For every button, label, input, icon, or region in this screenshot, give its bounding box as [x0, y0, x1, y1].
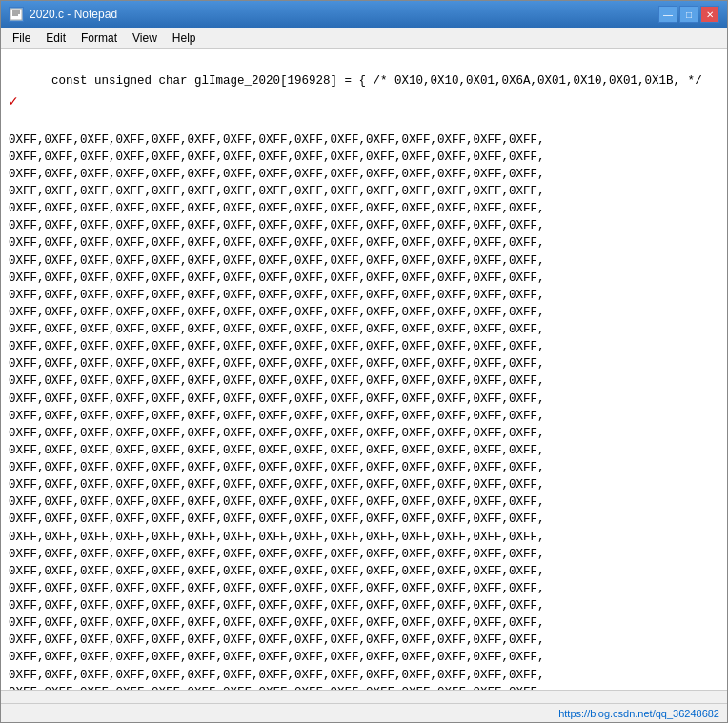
- hex-row: 0XFF,0XFF,0XFF,0XFF,0XFF,0XFF,0XFF,0XFF,…: [9, 252, 719, 270]
- hex-row: 0XFF,0XFF,0XFF,0XFF,0XFF,0XFF,0XFF,0XFF,…: [9, 234, 719, 251]
- hex-row: 0XFF,0XFF,0XFF,0XFF,0XFF,0XFF,0XFF,0XFF,…: [9, 217, 719, 234]
- menu-bar: File Edit Format View Help: [1, 28, 727, 49]
- first-line: const unsigned char glImage_2020[196928]…: [51, 74, 702, 88]
- hex-row: 0XFF,0XFF,0XFF,0XFF,0XFF,0XFF,0XFF,0XFF,…: [9, 183, 719, 200]
- hex-row: 0XFF,0XFF,0XFF,0XFF,0XFF,0XFF,0XFF,0XFF,…: [9, 667, 719, 684]
- hex-row: 0XFF,0XFF,0XFF,0XFF,0XFF,0XFF,0XFF,0XFF,…: [9, 442, 719, 459]
- hex-row: 0XFF,0XFF,0XFF,0XFF,0XFF,0XFF,0XFF,0XFF,…: [9, 529, 719, 546]
- window-controls: — □ ✕: [658, 6, 719, 23]
- hex-content: 0XFF,0XFF,0XFF,0XFF,0XFF,0XFF,0XFF,0XFF,…: [9, 131, 719, 690]
- menu-file[interactable]: File: [5, 30, 38, 47]
- hex-row: 0XFF,0XFF,0XFF,0XFF,0XFF,0XFF,0XFF,0XFF,…: [9, 149, 719, 166]
- editor-area[interactable]: const unsigned char glImage_2020[196928]…: [1, 49, 727, 690]
- status-url: https://blog.csdn.net/qq_36248682: [558, 708, 719, 719]
- hex-row: 0XFF,0XFF,0XFF,0XFF,0XFF,0XFF,0XFF,0XFF,…: [9, 459, 719, 476]
- hex-row: 0XFF,0XFF,0XFF,0XFF,0XFF,0XFF,0XFF,0XFF,…: [9, 355, 719, 372]
- hex-row: 0XFF,0XFF,0XFF,0XFF,0XFF,0XFF,0XFF,0XFF,…: [9, 546, 719, 563]
- hex-row: 0XFF,0XFF,0XFF,0XFF,0XFF,0XFF,0XFF,0XFF,…: [9, 511, 719, 528]
- hex-row: 0XFF,0XFF,0XFF,0XFF,0XFF,0XFF,0XFF,0XFF,…: [9, 614, 719, 632]
- scroll-track[interactable]: [1, 691, 727, 704]
- hex-row: 0XFF,0XFF,0XFF,0XFF,0XFF,0XFF,0XFF,0XFF,…: [9, 321, 719, 338]
- menu-format[interactable]: Format: [73, 30, 125, 47]
- hex-row: 0XFF,0XFF,0XFF,0XFF,0XFF,0XFF,0XFF,0XFF,…: [9, 563, 719, 580]
- menu-help[interactable]: Help: [165, 30, 204, 47]
- notepad-window: 2020.c - Notepad — □ ✕ File Edit Format …: [0, 0, 728, 723]
- svg-rect-0: [10, 9, 22, 20]
- hex-row: 0XFF,0XFF,0XFF,0XFF,0XFF,0XFF,0XFF,0XFF,…: [9, 597, 719, 614]
- window-title: 2020.c - Notepad: [30, 8, 117, 21]
- hex-row: 0XFF,0XFF,0XFF,0XFF,0XFF,0XFF,0XFF,0XFF,…: [9, 166, 719, 183]
- horizontal-scrollbar[interactable]: [1, 690, 727, 703]
- hex-row: 0XFF,0XFF,0XFF,0XFF,0XFF,0XFF,0XFF,0XFF,…: [9, 684, 719, 690]
- app-icon: [9, 7, 24, 22]
- minimize-button[interactable]: —: [658, 6, 677, 23]
- title-bar-left: 2020.c - Notepad: [9, 7, 117, 22]
- hex-row: 0XFF,0XFF,0XFF,0XFF,0XFF,0XFF,0XFF,0XFF,…: [9, 131, 719, 149]
- hex-row: 0XFF,0XFF,0XFF,0XFF,0XFF,0XFF,0XFF,0XFF,…: [9, 270, 719, 287]
- maximize-button[interactable]: □: [679, 6, 698, 23]
- hex-row: 0XFF,0XFF,0XFF,0XFF,0XFF,0XFF,0XFF,0XFF,…: [9, 649, 719, 666]
- hex-row: 0XFF,0XFF,0XFF,0XFF,0XFF,0XFF,0XFF,0XFF,…: [9, 425, 719, 442]
- hex-row: 0XFF,0XFF,0XFF,0XFF,0XFF,0XFF,0XFF,0XFF,…: [9, 287, 719, 304]
- hex-row: 0XFF,0XFF,0XFF,0XFF,0XFF,0XFF,0XFF,0XFF,…: [9, 338, 719, 355]
- hex-row: 0XFF,0XFF,0XFF,0XFF,0XFF,0XFF,0XFF,0XFF,…: [9, 408, 719, 425]
- menu-edit[interactable]: Edit: [38, 30, 73, 47]
- hex-row: 0XFF,0XFF,0XFF,0XFF,0XFF,0XFF,0XFF,0XFF,…: [9, 632, 719, 649]
- menu-view[interactable]: View: [125, 30, 165, 47]
- editor-content[interactable]: const unsigned char glImage_2020[196928]…: [9, 52, 719, 690]
- hex-row: 0XFF,0XFF,0XFF,0XFF,0XFF,0XFF,0XFF,0XFF,…: [9, 493, 719, 511]
- hex-row: 0XFF,0XFF,0XFF,0XFF,0XFF,0XFF,0XFF,0XFF,…: [9, 372, 719, 390]
- hex-row: 0XFF,0XFF,0XFF,0XFF,0XFF,0XFF,0XFF,0XFF,…: [9, 304, 719, 321]
- title-bar: 2020.c - Notepad — □ ✕: [1, 1, 727, 28]
- status-bar: https://blog.csdn.net/qq_36248682: [1, 703, 727, 722]
- close-button[interactable]: ✕: [700, 6, 719, 23]
- hex-row: 0XFF,0XFF,0XFF,0XFF,0XFF,0XFF,0XFF,0XFF,…: [9, 580, 719, 597]
- hex-row: 0XFF,0XFF,0XFF,0XFF,0XFF,0XFF,0XFF,0XFF,…: [9, 391, 719, 408]
- hex-row: 0XFF,0XFF,0XFF,0XFF,0XFF,0XFF,0XFF,0XFF,…: [9, 476, 719, 493]
- hex-row: 0XFF,0XFF,0XFF,0XFF,0XFF,0XFF,0XFF,0XFF,…: [9, 200, 719, 217]
